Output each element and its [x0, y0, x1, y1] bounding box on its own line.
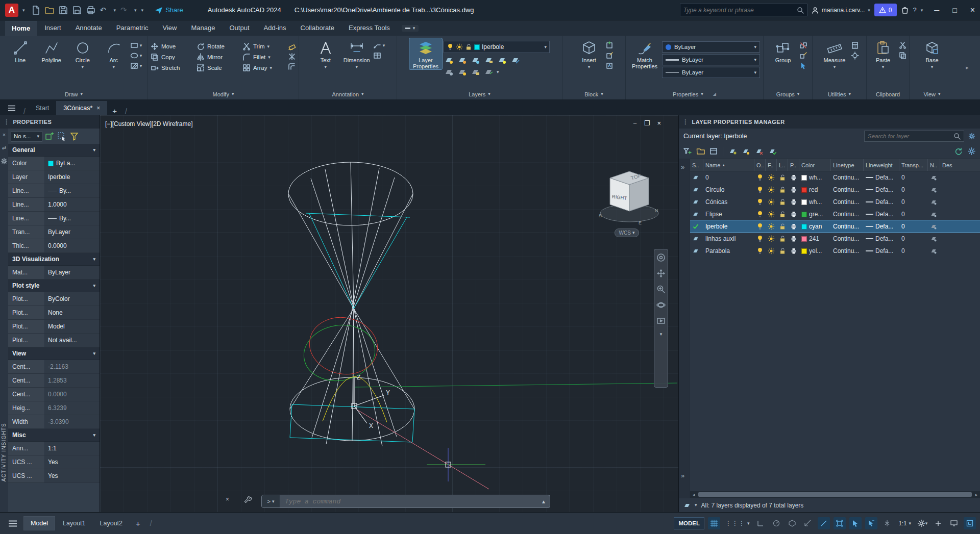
current-layer-check-icon[interactable]: [690, 220, 703, 233]
group-button[interactable]: Group: [768, 38, 798, 63]
layer-new-vp-freeze-toggle[interactable]: [928, 220, 940, 233]
navigation-wheel-icon[interactable]: [656, 253, 666, 262]
layer-search-input[interactable]: [868, 133, 951, 139]
pan-icon[interactable]: [656, 269, 666, 278]
wcs-selector[interactable]: WCS▾: [615, 228, 639, 237]
ribbon-overflow[interactable]: ▸: [954, 36, 980, 99]
circle-tool-button[interactable]: Circle ▾: [68, 38, 97, 69]
viewport-minimize-icon[interactable]: −: [633, 119, 637, 127]
layer-color-cell[interactable]: yel...: [799, 245, 831, 257]
column-header-n[interactable]: N..: [928, 159, 940, 171]
file-tab-start[interactable]: Start: [29, 101, 56, 115]
layer-row-elipse[interactable]: Elipsegre...Continu...Defa...0: [690, 208, 980, 220]
column-header-l[interactable]: L..: [777, 159, 788, 171]
save-as-button[interactable]: [72, 6, 82, 15]
quick-select-button[interactable]: [69, 132, 79, 141]
layer-on-toggle[interactable]: [754, 171, 766, 184]
polyline-tool-button[interactable]: Polyline: [37, 38, 66, 63]
ribbon-tab-express-tools[interactable]: Express Tools: [342, 21, 397, 36]
rectangle-tool-button[interactable]: ▾: [130, 41, 142, 49]
layer-status-icon[interactable]: [690, 208, 703, 220]
mirror-button[interactable]: Mirror: [197, 53, 240, 61]
layer-color-cell[interactable]: red: [799, 184, 831, 196]
dimension-tool-button[interactable]: Dimension ▾: [342, 38, 372, 69]
property-value[interactable]: ByLayer: [44, 266, 100, 279]
layer-color-swatch[interactable]: [801, 224, 807, 230]
scroll-left-icon[interactable]: ◂: [690, 492, 697, 497]
layer-lock-icon[interactable]: [465, 43, 472, 50]
property-value[interactable]: By...: [44, 212, 100, 225]
expand-filter-tree-bottom-icon[interactable]: »: [681, 472, 684, 479]
dynamic-input-toggle[interactable]: [849, 517, 862, 529]
property-value[interactable]: Not avail...: [44, 334, 100, 347]
layer-dropdown[interactable]: Iperbole ▾: [444, 41, 550, 53]
minimize-button[interactable]: ─: [934, 6, 939, 14]
property-value[interactable]: ByLayer: [44, 225, 100, 239]
column-header-color[interactable]: Color: [799, 159, 831, 171]
layer-new-vp-freeze-toggle[interactable]: [928, 184, 940, 196]
layer-description-cell[interactable]: [940, 171, 980, 184]
workspace-switching-gear[interactable]: ▾: [916, 517, 928, 529]
layer-description-cell[interactable]: [940, 220, 980, 233]
layer-settings-gear-icon[interactable]: [968, 133, 975, 140]
column-header-lineweight[interactable]: Lineweight: [864, 159, 899, 171]
graphics-performance-button[interactable]: [948, 517, 960, 529]
move-button[interactable]: Move: [151, 42, 194, 50]
plot-button[interactable]: [86, 6, 95, 15]
group-selection-icon[interactable]: [799, 62, 807, 70]
section-collapse-icon[interactable]: ▾: [93, 351, 95, 356]
layer-new-vp-freeze-toggle[interactable]: [928, 233, 940, 245]
properties-dialog-launcher[interactable]: ◢: [713, 92, 716, 96]
ribbon-tab-add-ins[interactable]: Add-ins: [257, 21, 293, 36]
viewport-close-icon[interactable]: ×: [657, 119, 661, 127]
property-value[interactable]: 1:1: [44, 442, 100, 455]
layer-freeze-button[interactable]: [470, 56, 480, 65]
layer-plot-toggle[interactable]: [788, 196, 799, 208]
share-button[interactable]: Share: [155, 6, 183, 14]
annotation-monitor-toggle[interactable]: [881, 517, 893, 529]
property-value[interactable]: By...: [44, 184, 100, 197]
ribbon-tab-output[interactable]: Output: [223, 21, 256, 36]
layer-new-vp-freeze-toggle[interactable]: [928, 208, 940, 220]
app-store-icon[interactable]: [901, 6, 909, 14]
column-header-name[interactable]: Name▲: [703, 159, 754, 171]
layer-color-swatch[interactable]: [801, 175, 807, 181]
layer-status-icon[interactable]: [690, 233, 703, 245]
stretch-button[interactable]: Stretch: [151, 64, 194, 72]
layer-on-toggle[interactable]: [754, 233, 766, 245]
layer-plot-toggle[interactable]: [788, 171, 799, 184]
viewcube[interactable]: TOP RIGHT N S E: [598, 164, 661, 231]
property-value[interactable]: None: [44, 306, 100, 319]
explode-icon[interactable]: [288, 53, 296, 61]
column-header-o[interactable]: O..: [754, 159, 766, 171]
layer-color-cell[interactable]: wh...: [799, 196, 831, 208]
layer-row-iperbole[interactable]: IperbolecyanContinu...Defa...0: [690, 220, 980, 233]
layer-on-toggle[interactable]: [754, 196, 766, 208]
layer-search-icon[interactable]: [953, 133, 961, 140]
new-layer-button[interactable]: [728, 147, 737, 156]
layer-plot-toggle[interactable]: [788, 245, 799, 257]
viewport-restore-icon[interactable]: ❐: [644, 119, 650, 127]
layer-off-button[interactable]: [444, 56, 454, 65]
layer-transparency-cell[interactable]: 0: [899, 184, 928, 196]
ribbon-tab-annotate[interactable]: Annotate: [69, 21, 109, 36]
layer-unlock-button[interactable]: [470, 67, 480, 77]
layer-name[interactable]: 0: [703, 171, 754, 184]
layer-freeze-toggle[interactable]: [766, 245, 777, 257]
save-button[interactable]: [59, 6, 68, 15]
status-menu-button[interactable]: [4, 516, 21, 530]
help-search-input[interactable]: [683, 7, 794, 14]
layer-row-linhas-auxil[interactable]: linhas auxil241Continu...Defa...0: [690, 233, 980, 245]
layer-plot-toggle[interactable]: [788, 220, 799, 233]
new-property-filter-button[interactable]: [683, 147, 692, 156]
layer-search-box[interactable]: [864, 131, 964, 142]
layer-linetype-cell[interactable]: Continu...: [831, 233, 864, 245]
layer-manager-grip-icon[interactable]: ⋮: [682, 118, 689, 125]
layer-color-cell[interactable]: cyan: [799, 220, 831, 233]
layer-transparency-cell[interactable]: 0: [899, 196, 928, 208]
layer-color-cell[interactable]: gre...: [799, 208, 831, 220]
layer-plot-toggle[interactable]: [788, 184, 799, 196]
select-objects-button[interactable]: [57, 132, 67, 141]
new-layout-button[interactable]: +: [131, 519, 145, 528]
file-tab-close-icon[interactable]: ×: [96, 105, 100, 112]
